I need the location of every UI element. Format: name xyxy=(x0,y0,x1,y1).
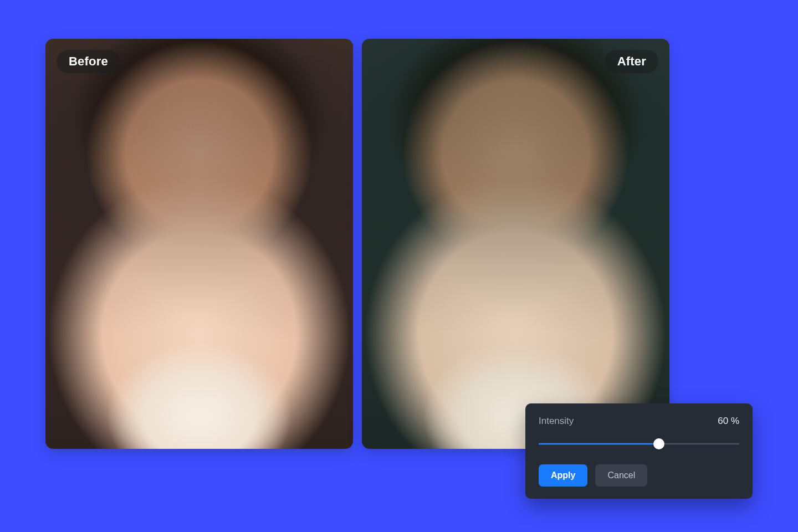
intensity-label: Intensity xyxy=(539,416,574,427)
slider-track-fill xyxy=(539,443,659,445)
before-image xyxy=(45,39,353,449)
after-badge: After xyxy=(605,50,658,73)
cancel-button[interactable]: Cancel xyxy=(595,464,647,487)
after-image-card: After xyxy=(362,39,669,449)
slider-track[interactable] xyxy=(539,443,739,445)
intensity-slider[interactable] xyxy=(539,438,739,450)
apply-button[interactable]: Apply xyxy=(539,464,587,487)
before-badge: Before xyxy=(57,50,120,73)
intensity-control-panel: Intensity 60 % Apply Cancel xyxy=(525,403,753,499)
intensity-header: Intensity 60 % xyxy=(539,416,739,427)
control-buttons: Apply Cancel xyxy=(539,464,739,487)
before-after-compare: Before After xyxy=(45,39,669,449)
intensity-value: 60 % xyxy=(718,416,739,427)
slider-thumb[interactable] xyxy=(653,438,664,449)
before-image-card: Before xyxy=(45,39,353,449)
after-image xyxy=(362,39,669,449)
